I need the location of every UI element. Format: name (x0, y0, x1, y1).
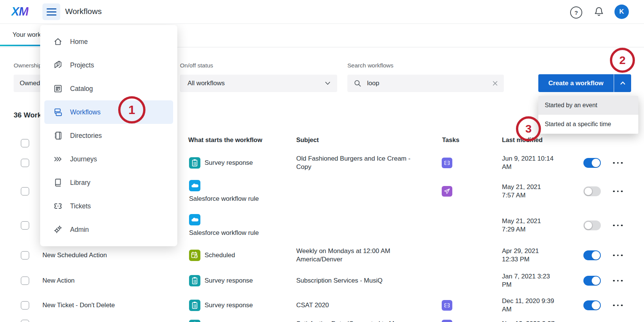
journeys-icon (53, 154, 63, 164)
enabled-toggle[interactable] (583, 220, 601, 230)
home-icon (53, 37, 63, 47)
workflows-page: Your workflows Ownership Owned On/off st… (0, 0, 644, 322)
global-nav-menu: HomeProjectsCatalogWorkflowsDirectoriesJ… (40, 25, 177, 246)
table-row: New Ticket - Don't DeleteSurvey response… (0, 293, 644, 318)
directories-icon (53, 131, 63, 141)
table-row: New ActionSurvey responseSubscription Se… (0, 268, 644, 294)
status-value: All workflows (180, 80, 225, 87)
enabled-toggle[interactable] (583, 186, 601, 196)
enabled-toggle[interactable] (583, 158, 601, 168)
workflow-subject: Satisfaction Data (Connected to Many (296, 317, 421, 322)
sidebar-item-catalog[interactable]: Catalog (44, 77, 173, 100)
column-header-start: What starts the workflow (188, 136, 262, 144)
sidebar-item-workflows[interactable]: Workflows (44, 100, 173, 124)
column-header-tasks: Tasks (442, 136, 460, 144)
row-checkbox[interactable] (21, 187, 29, 195)
nav-item-label: Workflows (70, 108, 100, 116)
workflow-start-cell: Survey response (189, 268, 289, 293)
status-dropdown[interactable]: All workflows (180, 75, 337, 92)
nav-item-label: Projects (70, 61, 94, 69)
ticket-task-icon[interactable] (442, 300, 452, 311)
nav-item-label: Directories (70, 132, 102, 140)
hamburger-menu-button[interactable] (42, 3, 60, 20)
xm-logo[interactable]: XM (11, 5, 28, 19)
annotation-circle-1: 1 (118, 96, 145, 123)
create-menu-item-event[interactable]: Started by an event (538, 96, 638, 115)
start-label: Survey response (205, 277, 253, 284)
ticket-task-icon[interactable] (442, 320, 452, 322)
sidebar-item-admin[interactable]: Admin (44, 218, 173, 241)
workflow-start-cell: Scheduled (189, 242, 289, 268)
enabled-toggle[interactable] (583, 250, 601, 260)
search-input[interactable]: loop (347, 75, 504, 92)
workflow-start-cell: Survey response (189, 293, 289, 317)
send-task-icon[interactable] (442, 186, 452, 197)
sidebar-item-library[interactable]: Library (44, 171, 173, 194)
avatar[interactable]: K (614, 5, 629, 19)
catalog-icon (53, 84, 63, 94)
workflow-start-cell (189, 317, 289, 322)
row-actions-menu[interactable] (613, 242, 630, 268)
workflow-subject: Subscription Services - MusiQ (296, 268, 421, 293)
start-label: Salesforce workflow rule (189, 229, 259, 237)
create-workflow-label[interactable]: Create a workflow (538, 74, 614, 92)
tasks-cell (442, 293, 487, 317)
last-modified: Nov 12, 2020 3:27 (502, 317, 555, 322)
annotation-circle-3: 3 (516, 116, 541, 141)
workflow-start-cell: Salesforce workflow rule (189, 174, 289, 208)
last-modified: Jan 7, 2021 3:23 PM (502, 268, 555, 293)
row-checkbox[interactable] (21, 277, 29, 285)
nav-item-label: Journeys (70, 155, 97, 163)
ownership-value: Owned (14, 80, 40, 87)
page-title: Workflows (65, 7, 102, 16)
salesforce-icon (189, 180, 200, 191)
sidebar-item-projects[interactable]: Projects (44, 53, 173, 77)
sidebar-item-home[interactable]: Home (44, 30, 173, 53)
status-label: On/off status (180, 62, 213, 69)
tasks-cell (442, 152, 487, 174)
projects-icon (53, 60, 63, 70)
nav-item-label: Catalog (70, 85, 93, 93)
row-actions-menu[interactable] (613, 293, 630, 317)
workflow-subject: Old Fashioned Burgers and Ice Cream - Co… (296, 152, 421, 174)
create-menu-item-specific-time[interactable]: Started at a specific time (538, 115, 638, 134)
workflow-subject: CSAT 2020 (296, 293, 421, 317)
notifications-bell-icon[interactable] (593, 6, 605, 17)
survey-icon (189, 157, 200, 169)
nav-item-label: Library (70, 179, 91, 187)
workflow-name: New Action (42, 268, 179, 293)
create-workflow-button[interactable]: Create a workflow (538, 74, 631, 92)
row-actions-menu[interactable] (613, 174, 630, 208)
clear-search-icon[interactable] (492, 80, 499, 87)
nav-item-label: Admin (70, 226, 89, 234)
library-icon (53, 178, 63, 188)
row-checkbox[interactable] (21, 301, 29, 309)
nav-item-label: Home (70, 38, 88, 46)
row-checkbox[interactable] (21, 159, 29, 167)
row-checkbox[interactable] (21, 320, 29, 322)
last-modified: May 21, 2021 7:29 AM (502, 208, 555, 242)
row-actions-menu[interactable] (613, 268, 630, 293)
nav-item-label: Tickets (70, 202, 91, 210)
salesforce-icon (189, 214, 200, 225)
workflow-start-cell: Salesforce workflow rule (189, 208, 289, 242)
ticket-task-icon[interactable] (442, 158, 452, 168)
enabled-toggle[interactable] (583, 300, 601, 310)
row-checkbox[interactable] (21, 251, 29, 259)
create-workflow-caret[interactable] (614, 74, 631, 92)
select-all-checkbox[interactable] (21, 139, 29, 147)
help-icon[interactable]: ? (570, 6, 582, 19)
tickets-icon (53, 201, 63, 211)
survey-icon (189, 300, 200, 311)
sidebar-item-tickets[interactable]: Tickets (44, 194, 173, 218)
sidebar-item-journeys[interactable]: Journeys (44, 147, 173, 171)
admin-icon (53, 225, 63, 234)
workflow-start-cell: Survey response (189, 152, 289, 174)
enabled-toggle[interactable] (583, 276, 601, 286)
row-checkbox[interactable] (21, 221, 29, 230)
survey-icon (189, 275, 200, 286)
search-icon (353, 79, 362, 88)
row-actions-menu[interactable] (613, 152, 630, 174)
sidebar-item-directories[interactable]: Directories (44, 124, 173, 147)
row-actions-menu[interactable] (613, 208, 630, 242)
